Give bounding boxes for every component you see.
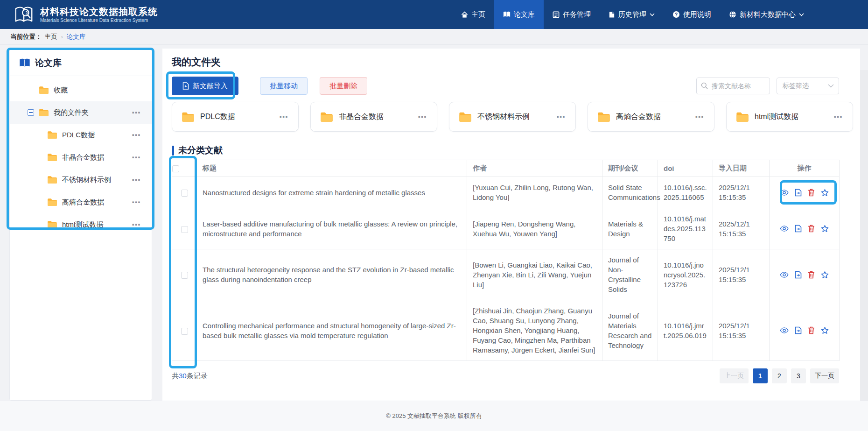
- delete-icon[interactable]: [808, 326, 815, 334]
- export-document-icon[interactable]: [795, 326, 802, 334]
- tree-item-favorites[interactable]: 收藏: [10, 79, 152, 101]
- more-icon[interactable]: ⋯: [279, 113, 289, 121]
- breadcrumb-home-link[interactable]: 主页: [45, 33, 57, 41]
- breadcrumb-separator-icon: ›: [61, 33, 63, 40]
- folder-card-amorphous-alloy[interactable]: 非晶合金数据 ⋯: [310, 102, 437, 132]
- folder-card-stainless-steel[interactable]: 不锈钢材料示例 ⋯: [449, 102, 576, 132]
- paper-journal: Solid State Communications: [602, 177, 658, 208]
- export-document-icon[interactable]: [795, 271, 802, 279]
- prev-page-button[interactable]: 上一页: [720, 368, 749, 383]
- row-checkbox[interactable]: [181, 272, 188, 279]
- col-header-title: 标题: [197, 160, 467, 177]
- batch-move-button[interactable]: 批量移动: [260, 77, 308, 95]
- tree-item-amorphous-alloy[interactable]: 非晶合金数据 ⋯: [10, 146, 152, 169]
- nav-item-label: 任务管理: [563, 10, 591, 19]
- tree-item-html-test[interactable]: html测试数据 ⋯: [10, 213, 152, 236]
- view-icon[interactable]: [780, 271, 789, 278]
- folder-card-html-test[interactable]: html测试数据 ⋯: [726, 102, 853, 132]
- tag-filter-select[interactable]: 标签筛选: [777, 78, 839, 94]
- tree-item-high-entropy-alloy[interactable]: 高熵合金数据 ⋯: [10, 191, 152, 213]
- page-button-1[interactable]: 1: [753, 368, 768, 383]
- more-icon[interactable]: ⋯: [556, 113, 566, 121]
- book-icon: [19, 58, 30, 68]
- row-actions: [775, 326, 833, 334]
- paper-import-date: 2025/12/1 15:15:35: [713, 177, 770, 208]
- nav-item-data-center[interactable]: 新材料大数据中心: [720, 0, 813, 29]
- table-row: Laser-based additive manufacturing of bu…: [172, 208, 840, 249]
- favorite-star-icon[interactable]: [821, 271, 829, 279]
- folder-open-icon: [39, 108, 49, 117]
- more-icon[interactable]: ⋯: [833, 113, 843, 121]
- tree-item-pdlc[interactable]: PDLC数据 ⋯: [10, 124, 152, 146]
- search-icon: [701, 82, 708, 89]
- view-icon[interactable]: [780, 225, 789, 232]
- next-page-button[interactable]: 下一页: [810, 368, 839, 383]
- delete-icon[interactable]: [808, 225, 815, 233]
- section-accent-bar: [172, 146, 174, 155]
- table-header-row: 标题 作者 期刊/会议 doi 导入日期 操作: [172, 160, 840, 177]
- nav-item-help[interactable]: ? 使用说明: [664, 0, 720, 29]
- scrollbar-track[interactable]: [860, 70, 868, 401]
- favorite-star-icon[interactable]: [821, 326, 829, 334]
- favorite-star-icon[interactable]: [821, 189, 829, 197]
- paper-import-date: 2025/12/1 15:15:35: [713, 249, 770, 300]
- import-literature-button[interactable]: 新文献导入: [172, 77, 238, 95]
- more-icon[interactable]: ⋯: [132, 153, 141, 162]
- more-icon[interactable]: ⋯: [695, 113, 705, 121]
- nav-item-label: 主页: [471, 10, 485, 19]
- view-icon[interactable]: [780, 327, 789, 334]
- select-all-checkbox[interactable]: [172, 165, 179, 172]
- row-checkbox[interactable]: [181, 328, 188, 335]
- help-icon: ?: [672, 11, 680, 18]
- more-icon[interactable]: ⋯: [132, 108, 141, 117]
- folder-icon: [459, 112, 472, 122]
- folder-card-name: 高熵合金数据: [616, 112, 661, 122]
- document-add-icon: [182, 82, 189, 90]
- nav-item-history[interactable]: 历史管理: [600, 0, 664, 29]
- batch-delete-button[interactable]: 批量删除: [320, 77, 367, 95]
- library-icon: [503, 11, 511, 18]
- nav-item-library[interactable]: 论文库: [494, 0, 544, 29]
- paper-journal: Materials & Design: [602, 208, 658, 249]
- delete-icon[interactable]: [808, 271, 815, 279]
- batch-move-label: 批量移动: [270, 82, 298, 91]
- row-checkbox[interactable]: [181, 226, 188, 233]
- row-checkbox-cell: [172, 249, 197, 300]
- folder-card-name: 不锈钢材料示例: [477, 112, 530, 122]
- records-total-count: 30: [179, 372, 187, 380]
- tag-filter-label: 标签筛选: [783, 82, 809, 90]
- more-icon[interactable]: ⋯: [132, 220, 141, 229]
- more-icon[interactable]: ⋯: [418, 113, 427, 121]
- nav-item-home[interactable]: 主页: [452, 0, 494, 29]
- row-actions: [775, 271, 833, 279]
- folder-card-pdlc[interactable]: PDLC数据 ⋯: [172, 102, 299, 132]
- nav-item-tasks[interactable]: 任务管理: [544, 0, 600, 29]
- folder-card-high-entropy-alloy[interactable]: 高熵合金数据 ⋯: [588, 102, 714, 132]
- paper-doi: 10.1016/j.ssc.2025.116065: [658, 177, 713, 208]
- export-document-icon[interactable]: [795, 189, 802, 197]
- favorite-star-icon[interactable]: [821, 225, 829, 233]
- collapse-minus-icon[interactable]: [28, 109, 34, 116]
- more-icon[interactable]: ⋯: [132, 131, 141, 140]
- row-checkbox[interactable]: [181, 190, 188, 197]
- export-document-icon[interactable]: [795, 225, 802, 233]
- paper-doi: 10.1016/j.jnoncrysol.2025.123726: [658, 249, 713, 300]
- tree-item-label: 非晶合金数据: [62, 153, 104, 162]
- main-content: 我的文件夹 新文献导入 批量移动 批量删除 标签筛选 PDLC数据: [162, 49, 860, 401]
- more-icon[interactable]: ⋯: [132, 198, 141, 207]
- app-logo-book-magnifier-icon: [13, 5, 35, 24]
- delete-icon[interactable]: [808, 189, 815, 197]
- col-header-doi: doi: [658, 160, 713, 177]
- page-button-2[interactable]: 2: [772, 368, 787, 383]
- literature-table: 标题 作者 期刊/会议 doi 导入日期 操作 Nanostructured d…: [172, 160, 840, 361]
- tree-item-stainless-steel[interactable]: 不锈钢材料示例 ⋯: [10, 169, 152, 191]
- view-icon[interactable]: [780, 189, 789, 196]
- pagination: 上一页 1 2 3 下一页: [720, 368, 839, 383]
- page-button-3[interactable]: 3: [791, 368, 806, 383]
- page-title: 我的文件夹: [172, 55, 839, 69]
- paper-journal: Journal of Materials Research and Techno…: [602, 300, 658, 361]
- more-icon[interactable]: ⋯: [132, 176, 141, 184]
- nav-item-label: 历史管理: [618, 10, 646, 19]
- tree-item-my-folder[interactable]: 我的文件夹 ⋯: [10, 101, 152, 124]
- pagination-row: 共30条记录 上一页 1 2 3 下一页: [172, 368, 839, 383]
